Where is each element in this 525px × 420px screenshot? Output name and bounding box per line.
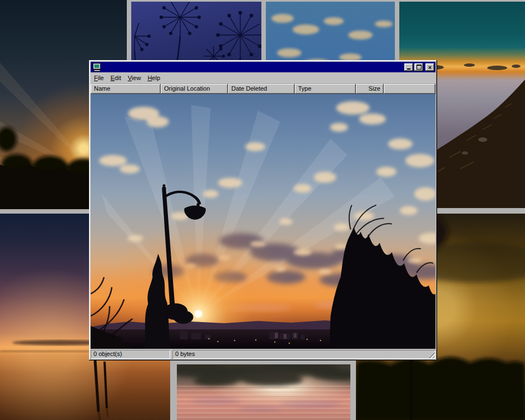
- list-column-headers: Name Original Location Date Deleted Type…: [91, 84, 435, 94]
- menu-edit[interactable]: Edit: [107, 73, 125, 83]
- status-object-count: 0 object(s): [91, 350, 170, 359]
- water-ripples: [177, 386, 350, 420]
- close-icon: ×: [428, 65, 432, 70]
- column-header-type[interactable]: Type: [295, 84, 356, 94]
- column-header-date-deleted[interactable]: Date Deleted: [228, 84, 295, 94]
- folder-view-area[interactable]: [91, 94, 435, 349]
- sun: [195, 310, 202, 318]
- menu-help[interactable]: Help: [144, 73, 164, 83]
- menu-file[interactable]: File: [91, 73, 107, 83]
- status-bar: 0 object(s) 0 bytes: [91, 350, 435, 359]
- window-titlebar[interactable]: ×: [91, 62, 435, 72]
- status-byte-count: 0 bytes: [172, 350, 435, 359]
- minimize-icon: [407, 68, 410, 70]
- column-header-original-location[interactable]: Original Location: [161, 84, 228, 94]
- resize-grip[interactable]: [428, 352, 435, 358]
- sunset-photo: [91, 94, 435, 349]
- column-header-blank[interactable]: [384, 84, 435, 94]
- maximize-button[interactable]: [414, 63, 423, 71]
- maximize-icon: [417, 65, 422, 70]
- desktop: × File Edit View Help Name Original Loca…: [0, 0, 525, 420]
- wallpaper-tile-water-reflections: [177, 364, 350, 420]
- menu-view[interactable]: View: [125, 73, 145, 83]
- computer-icon[interactable]: [92, 63, 101, 72]
- column-header-size[interactable]: Size: [356, 84, 384, 94]
- minimize-button[interactable]: [404, 63, 413, 71]
- column-header-name[interactable]: Name: [91, 84, 161, 94]
- menu-bar: File Edit View Help: [91, 72, 435, 84]
- recycle-bin-window: × File Edit View Help Name Original Loca…: [89, 60, 437, 360]
- close-button[interactable]: ×: [425, 63, 434, 71]
